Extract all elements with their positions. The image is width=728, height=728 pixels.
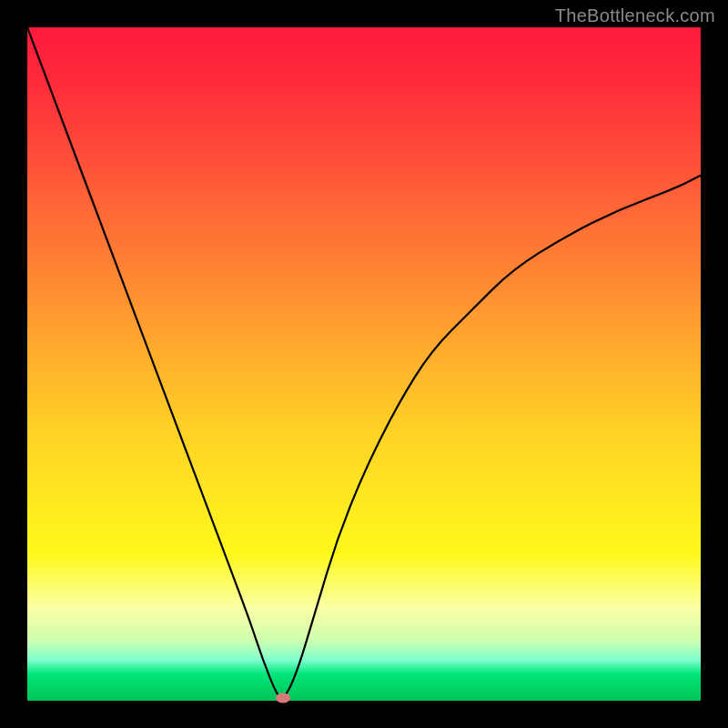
watermark-text: TheBottleneck.com xyxy=(555,5,715,26)
plot-area xyxy=(27,27,701,701)
bottleneck-curve xyxy=(27,27,701,701)
chart-stage: TheBottleneck.com xyxy=(0,0,728,728)
optimal-point-marker xyxy=(276,693,290,703)
